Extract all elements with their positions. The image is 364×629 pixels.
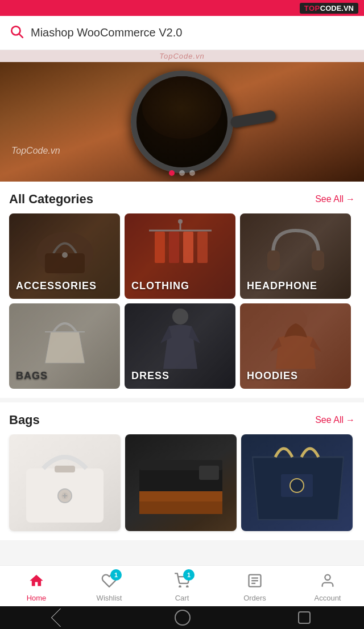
phone-home-button[interactable] [175,610,191,626]
search-text[interactable]: Miashop WooCommerce V2.0 [31,26,355,39]
category-accessories[interactable]: ACCESSORIES [9,213,120,299]
svg-point-37 [325,574,330,579]
dot-2 [179,170,185,176]
svg-rect-9 [197,232,208,263]
home-icon [28,573,44,591]
nav-cart-label: Cart [175,594,189,602]
categories-header: All Categories See All → [0,182,364,213]
category-hoodies[interactable]: HOODIES [240,303,351,389]
search-bar[interactable]: Miashop WooCommerce V2.0 [0,16,364,50]
top-logo: TOP CODE.VN [300,3,358,14]
bags-title: Bags [9,413,40,427]
svg-point-32 [187,586,188,587]
svg-point-15 [172,309,188,324]
recents-button[interactable] [298,611,311,624]
nav-home-label: Home [27,594,47,602]
nav-account-label: Account [315,594,341,602]
nav-orders-label: Orders [243,594,266,602]
dot-1 [169,170,175,176]
svg-rect-7 [169,232,179,263]
bags-section: Bags See All → [0,402,364,540]
logo-domain: CODE.VN [320,4,354,13]
cart-icon: 1 [174,573,190,591]
categories-title: All Categories [9,192,93,207]
cat-hoodies-label: HOODIES [247,370,298,382]
svg-rect-8 [183,232,193,263]
cat-clothing-label: CLOTHING [131,280,189,292]
hero-watermark: TopCode.vn [11,146,60,156]
back-button[interactable] [51,608,70,627]
nav-home[interactable]: Home [16,573,56,602]
product-img-blue-bag [241,434,353,531]
cat-accessories-label: ACCESSORIES [16,280,97,292]
top-bar: TOP CODE.VN [0,0,364,16]
category-clothing[interactable]: CLOTHING [125,213,235,299]
watermark-bar: TopCode.vn [0,50,364,62]
categories-see-all[interactable]: See All → [315,194,355,204]
category-headphone[interactable]: HEADPHONE [240,213,351,299]
wishlist-badge: 1 [110,569,122,581]
nav-cart[interactable]: 1 Cart [162,573,202,602]
product-img-black-wallet [125,434,237,531]
svg-point-4 [62,252,68,258]
bags-see-all[interactable]: See All → [315,415,355,425]
svg-line-1 [19,34,23,37]
account-icon [320,573,336,591]
svg-rect-27 [199,466,219,480]
svg-rect-6 [155,232,165,263]
watermark-text: TopCode.vn [159,52,205,60]
cart-badge: 1 [183,569,195,581]
product-black-wallet[interactable] [125,434,237,531]
orders-icon [247,573,263,591]
hero-dots [169,170,195,176]
bags-header: Bags See All → [0,402,364,434]
nav-orders[interactable]: Orders [235,573,275,602]
hero-banner: TopCode.vn [0,62,364,182]
cat-headphone-label: HEADPHONE [247,280,317,292]
svg-point-31 [179,586,180,587]
categories-section: All Categories See All → ACCESSORIES [0,182,364,398]
bags-products-row [0,434,364,540]
phone-bottom-bar [0,606,364,629]
category-bags[interactable]: BAGS [9,303,120,389]
nav-account[interactable]: Account [308,573,348,602]
search-icon [9,24,24,42]
dot-3 [189,170,195,176]
svg-rect-26 [139,501,222,514]
bottom-nav: Home 1 Wishlist 1 Cart [0,565,364,606]
nav-wishlist-label: Wishlist [97,594,122,602]
svg-point-30 [290,479,304,492]
cat-dress-label: DRESS [131,370,169,382]
bags-see-all-arrow-icon: → [346,415,355,425]
categories-grid: ACCESSORIES CLOTHING [0,213,364,398]
svg-point-11 [178,219,183,224]
product-img-white-bag [9,434,121,531]
svg-rect-12 [267,250,280,270]
nav-wishlist[interactable]: 1 Wishlist [89,573,129,602]
product-blue-bag[interactable] [241,434,353,531]
product-white-bag[interactable] [9,434,121,531]
cat-bags-label: BAGS [16,370,48,382]
category-dress[interactable]: DRESS [125,303,235,389]
heart-icon: 1 [101,573,117,591]
svg-rect-18 [55,466,75,472]
see-all-arrow-icon: → [346,194,355,204]
svg-rect-13 [312,250,324,270]
logo-prefix: TOP [304,4,320,13]
